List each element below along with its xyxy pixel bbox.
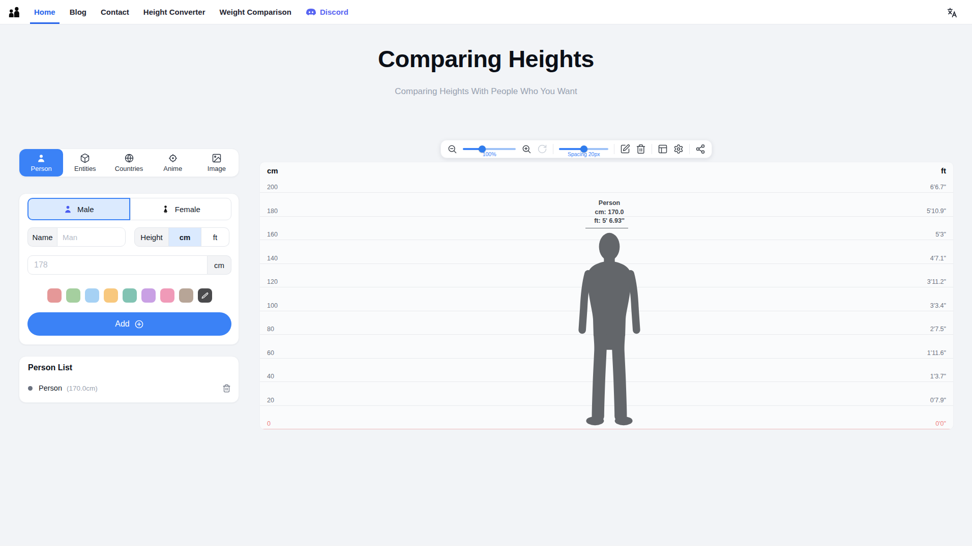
- target-icon: [168, 153, 178, 163]
- person-list-card: Person List Person(170.0cm): [19, 356, 239, 403]
- height-unit-suffix: cm: [208, 255, 231, 275]
- color-swatch-8[interactable]: [179, 288, 193, 303]
- nav-link-discord[interactable]: Discord: [302, 0, 352, 24]
- color-swatch-4[interactable]: [104, 288, 118, 303]
- tab-entities-label: Entities: [74, 165, 96, 172]
- nav-link-contact[interactable]: Contact: [97, 0, 133, 24]
- image-icon: [212, 153, 222, 163]
- divider: [553, 144, 553, 154]
- cm-axis-header: cm: [267, 166, 278, 175]
- person-icon: [36, 153, 46, 163]
- tab-entities[interactable]: Entities: [63, 149, 107, 176]
- cm-tick-label: 180: [267, 208, 278, 215]
- person-silhouette[interactable]: [576, 229, 642, 429]
- male-person-icon: [64, 205, 72, 214]
- zoom-slider[interactable]: 100%: [463, 140, 516, 158]
- tab-anime[interactable]: Anime: [151, 149, 195, 176]
- nav-links: Home Blog Contact Height Converter Weigh…: [30, 0, 352, 24]
- page-footer: [0, 545, 972, 560]
- spacing-slider[interactable]: Spacing 20px: [559, 140, 608, 158]
- add-person-form: Male Female Name Height cm ft cm Add: [19, 193, 239, 345]
- cm-tick-label: 40: [267, 373, 274, 380]
- category-tabs: Person Entities Countries Anime Image: [19, 149, 239, 177]
- person-list-item: Person(170.0cm): [28, 380, 231, 396]
- ft-tick-label: 5'10.9": [927, 208, 946, 215]
- add-button[interactable]: Add: [27, 312, 231, 336]
- color-swatch-5[interactable]: [123, 288, 137, 303]
- settings-gear-icon[interactable]: [673, 144, 684, 154]
- globe-icon: [124, 153, 134, 163]
- female-button[interactable]: Female: [130, 198, 232, 220]
- ft-tick-label: 5'3": [935, 231, 946, 238]
- edit-icon[interactable]: [620, 144, 630, 154]
- tab-person[interactable]: Person: [19, 149, 63, 176]
- cm-tick-label: 60: [267, 349, 274, 357]
- grid-line: [260, 192, 953, 193]
- share-icon[interactable]: [695, 144, 705, 154]
- cm-tick-label: 120: [267, 278, 278, 285]
- color-swatch-3[interactable]: [85, 288, 99, 303]
- cm-tick-label: 140: [267, 255, 278, 262]
- zoom-out-icon[interactable]: [447, 144, 457, 154]
- tab-countries[interactable]: Countries: [107, 149, 151, 176]
- figure-label: Person cm: 170.0 ft: 5' 6.93'': [569, 199, 650, 226]
- unit-cm-button[interactable]: cm: [169, 227, 201, 247]
- nav-link-weight-comparison[interactable]: Weight Comparison: [216, 0, 296, 24]
- color-swatch-1[interactable]: [47, 288, 62, 303]
- nav-link-home[interactable]: Home: [30, 0, 60, 24]
- unit-ft-button[interactable]: ft: [201, 227, 229, 247]
- color-swatch-2[interactable]: [66, 288, 80, 303]
- ft-tick-label: 0'7.9": [930, 397, 946, 404]
- custom-color-swatch[interactable]: [198, 288, 212, 303]
- ft-tick-label: 0'0": [935, 420, 946, 427]
- unit-toggle: Height cm ft: [134, 227, 229, 247]
- tab-image[interactable]: Image: [195, 149, 239, 176]
- divider: [652, 144, 652, 154]
- male-button[interactable]: Male: [27, 198, 130, 220]
- list-item-height: (170.0cm): [67, 385, 98, 392]
- male-label: Male: [77, 205, 94, 214]
- nav-link-blog[interactable]: Blog: [66, 0, 91, 24]
- top-nav: Home Blog Contact Height Converter Weigh…: [0, 0, 972, 24]
- cm-tick-label: 200: [267, 184, 278, 191]
- ft-tick-label: 2'7.5": [930, 326, 946, 333]
- figure-name: Person: [569, 199, 650, 208]
- add-button-label: Add: [115, 319, 129, 329]
- person-list-title: Person List: [28, 363, 72, 372]
- figure-ft-value: ft: 5' 6.93'': [569, 217, 650, 226]
- ft-tick-label: 3'3.4": [930, 302, 946, 309]
- grid-line: [260, 429, 953, 430]
- name-label: Name: [27, 227, 57, 247]
- translate-icon[interactable]: [946, 6, 959, 19]
- chart-toolbar: 100% Spacing 20px: [440, 140, 712, 158]
- cm-tick-label: 160: [267, 231, 278, 238]
- tab-anime-label: Anime: [163, 165, 182, 172]
- list-item-name: Person: [39, 384, 62, 392]
- figure-height-marker: [585, 228, 628, 228]
- figure-cm-value: cm: 170.0: [569, 208, 650, 217]
- name-input[interactable]: [57, 227, 126, 247]
- app-logo-icon[interactable]: [8, 5, 22, 19]
- delete-item-icon[interactable]: [222, 384, 231, 393]
- page-subtitle: Comparing Heights With People Who You Wa…: [0, 86, 972, 97]
- zoom-in-icon[interactable]: [521, 144, 532, 154]
- tab-image-label: Image: [208, 165, 226, 172]
- cm-tick-label: 80: [267, 326, 274, 333]
- tab-countries-label: Countries: [115, 165, 143, 172]
- height-input[interactable]: [27, 255, 208, 275]
- gender-toggle: Male Female: [27, 198, 231, 220]
- ft-tick-label: 1'3.7": [930, 373, 946, 380]
- female-label: Female: [175, 205, 200, 214]
- female-person-icon: [161, 205, 170, 214]
- color-swatch-7[interactable]: [160, 288, 174, 303]
- height-input-row: cm: [27, 255, 231, 275]
- pencil-icon: [201, 292, 209, 299]
- plus-circle-icon: [134, 319, 144, 329]
- ft-tick-label: 4'7.1": [930, 255, 946, 262]
- delete-all-icon[interactable]: [636, 144, 646, 154]
- nav-link-height-converter[interactable]: Height Converter: [139, 0, 210, 24]
- layout-icon[interactable]: [658, 144, 668, 154]
- color-swatch-6[interactable]: [141, 288, 156, 303]
- height-label: Height: [134, 227, 169, 247]
- cm-tick-label: 100: [267, 302, 278, 309]
